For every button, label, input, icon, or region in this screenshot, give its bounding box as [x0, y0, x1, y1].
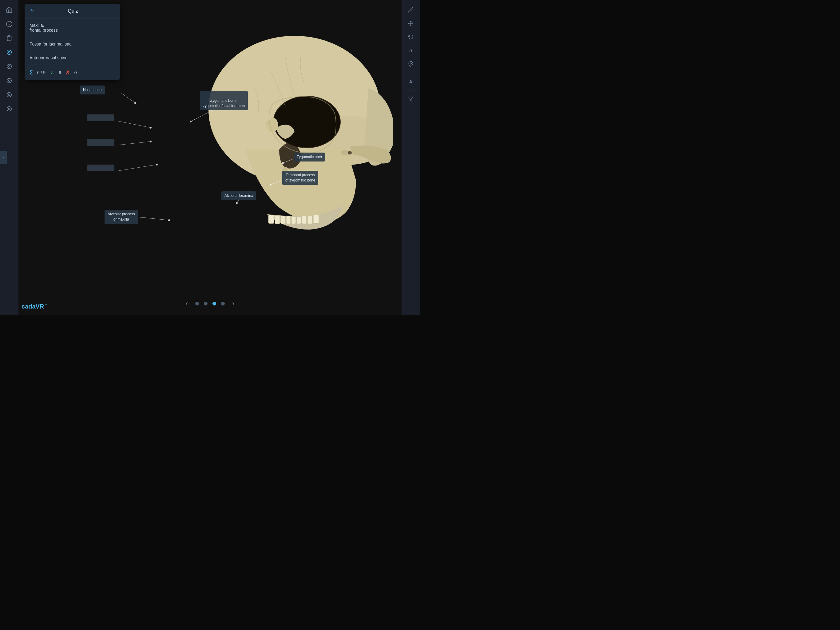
svg-rect-40	[302, 216, 306, 224]
label-hidden-1[interactable]	[87, 114, 114, 121]
quiz-score-text: 6 / 9	[37, 70, 46, 75]
svg-rect-42	[313, 215, 319, 223]
svg-marker-51	[409, 97, 413, 101]
svg-rect-36	[281, 216, 285, 224]
svg-point-11	[8, 94, 10, 96]
svg-rect-41	[308, 216, 313, 224]
info-icon[interactable]	[3, 18, 15, 30]
svg-line-18	[117, 121, 151, 128]
correct-count: 6	[59, 70, 61, 75]
svg-rect-34	[268, 215, 274, 223]
label-alveolar-foramina[interactable]: Alveolar foramina	[221, 192, 256, 200]
quiz-header: Quiz	[25, 4, 120, 19]
expand-sidebar-button[interactable]: ›	[0, 151, 7, 164]
svg-point-12	[7, 107, 12, 111]
svg-point-46	[348, 151, 352, 154]
nav-dot-4[interactable]	[221, 302, 225, 306]
prev-nav-button[interactable]: ‹	[183, 298, 190, 309]
svg-point-8	[7, 78, 12, 83]
layers-icon-1[interactable]	[3, 46, 15, 59]
svg-point-21	[150, 141, 152, 142]
svg-point-4	[7, 50, 12, 55]
svg-point-6	[7, 64, 12, 69]
svg-point-19	[150, 127, 152, 128]
quiz-panel: Quiz Maxilla, frontal process Fossa for …	[25, 4, 120, 80]
filter-tool[interactable]	[405, 93, 417, 105]
svg-point-5	[8, 51, 10, 53]
label-temporal-process[interactable]: Temporal processof zygomatic bone	[282, 171, 318, 185]
nav-dot-1[interactable]	[195, 302, 199, 306]
right-toolbar: a A	[401, 0, 420, 315]
svg-line-22	[117, 165, 157, 171]
svg-rect-3	[8, 36, 10, 37]
incorrect-count: 0	[74, 70, 77, 75]
label-nasal-bone[interactable]: Nasal bone	[80, 85, 105, 95]
nav-dot-2[interactable]	[204, 302, 208, 306]
pencil-tool[interactable]	[405, 4, 417, 16]
svg-point-15	[134, 102, 136, 104]
quiz-item-1[interactable]: Maxilla, frontal process	[25, 19, 120, 37]
layers-icon-3[interactable]	[3, 74, 15, 87]
nav-dot-3[interactable]	[212, 302, 216, 306]
svg-rect-39	[297, 216, 301, 224]
toolbar-divider	[406, 73, 415, 73]
quiz-back-button[interactable]	[30, 7, 35, 14]
toolbar-divider-2	[406, 90, 415, 90]
quiz-item-3[interactable]: Anterior nasal spine	[25, 51, 120, 65]
layers-icon-4[interactable]	[3, 89, 15, 101]
skull-illustration	[178, 33, 393, 272]
clipboard-icon[interactable]	[3, 32, 15, 44]
quiz-title: Quiz	[39, 8, 115, 14]
label-hidden-3[interactable]	[87, 165, 114, 171]
move-tool[interactable]	[405, 17, 417, 30]
svg-rect-35	[275, 216, 280, 224]
incorrect-cross-icon: ✗	[65, 69, 70, 76]
svg-point-23	[156, 164, 158, 166]
bottom-navigation: ‹ ›	[37, 298, 383, 309]
quiz-footer: Σ 6 / 9 ✓ 6 ✗ 0	[25, 65, 120, 80]
svg-point-9	[8, 80, 10, 82]
svg-point-13	[8, 108, 10, 110]
label-alveolar-process[interactable]: Alveolar processof maxilla	[104, 210, 138, 224]
rotate-tool[interactable]	[405, 31, 417, 43]
next-nav-button[interactable]: ›	[230, 298, 237, 309]
label-zygomatic-arch[interactable]: Zygomatic arch	[294, 153, 325, 161]
home-icon[interactable]	[3, 4, 15, 16]
main-canvas[interactable]: Quiz Maxilla, frontal process Fossa for …	[19, 0, 401, 315]
svg-point-50	[410, 63, 412, 64]
annotation-tool[interactable]: a	[405, 44, 417, 57]
label-hidden-2[interactable]	[87, 139, 114, 146]
svg-point-31	[168, 219, 170, 221]
sigma-icon: Σ	[30, 70, 33, 76]
layers-icon-2[interactable]	[3, 60, 15, 73]
svg-point-7	[8, 65, 10, 67]
pin-tool[interactable]	[405, 58, 417, 70]
svg-point-44	[274, 96, 340, 147]
label-tool[interactable]: A	[405, 75, 417, 88]
label-zygomatic-bone[interactable]: Zygomatic bone,zygomaticofacial foramen	[200, 91, 248, 110]
svg-line-14	[122, 93, 135, 103]
svg-line-30	[140, 217, 169, 220]
svg-rect-37	[286, 216, 291, 224]
layers-icon-5[interactable]	[3, 103, 15, 115]
svg-line-20	[117, 141, 151, 145]
svg-point-10	[7, 93, 12, 97]
correct-check-icon: ✓	[50, 69, 54, 76]
svg-rect-38	[292, 216, 296, 224]
quiz-item-2[interactable]: Fossa for lacrimal sac	[25, 37, 120, 51]
